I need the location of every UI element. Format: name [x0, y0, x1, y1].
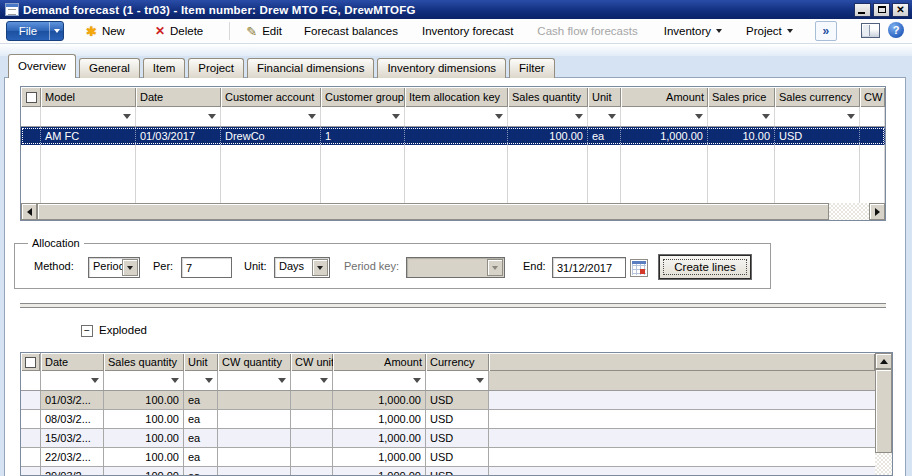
cell-unit[interactable]: ea: [184, 467, 218, 476]
column-header-sales-quantity[interactable]: Sales quantity: [508, 87, 588, 107]
cell-currency[interactable]: USD: [426, 410, 489, 428]
cell-model[interactable]: AM FC: [41, 127, 136, 145]
horizontal-splitter[interactable]: [20, 303, 886, 308]
minimize-button[interactable]: [854, 3, 871, 17]
filter-dropdown-sales-price[interactable]: [708, 107, 775, 126]
cell-amount[interactable]: 1,000.00: [333, 467, 426, 476]
tab-general[interactable]: General: [79, 58, 140, 78]
row-select-cell[interactable]: [21, 448, 41, 466]
create-lines-button[interactable]: Create lines: [659, 255, 751, 279]
filter-dropdown-item-allocation-key[interactable]: [405, 107, 508, 126]
cell-amount[interactable]: 1,000.00: [333, 429, 426, 447]
column-header-unit[interactable]: Unit: [588, 87, 621, 107]
cell-amount[interactable]: 1,000.00: [621, 127, 708, 145]
filter-dropdown-sales-currency[interactable]: [775, 107, 860, 126]
method-combobox[interactable]: Period: [88, 257, 140, 278]
period-key-combobox[interactable]: [406, 257, 505, 278]
cell-cw-quantity[interactable]: [218, 429, 291, 447]
column-header-sales-currency[interactable]: Sales currency: [775, 87, 860, 107]
cell-unit[interactable]: ea: [184, 410, 218, 428]
tab-item[interactable]: Item: [143, 58, 185, 78]
column-header-customer-account[interactable]: Customer account: [221, 87, 321, 107]
scrollbar-thumb[interactable]: [37, 203, 829, 220]
cell-cw-quantity[interactable]: [218, 391, 291, 409]
column-header-cw-quantity[interactable]: CW q: [860, 87, 885, 107]
cell-cw-quantity[interactable]: [218, 410, 291, 428]
cell-cw-unit[interactable]: [291, 448, 333, 466]
column-header-sales-price[interactable]: Sales price: [708, 87, 775, 107]
cell-unit[interactable]: ea: [588, 127, 621, 145]
column-header-amount[interactable]: Amount: [333, 353, 426, 371]
tab-project[interactable]: Project: [188, 58, 244, 78]
cell-sales-currency[interactable]: USD: [775, 127, 860, 145]
scroll-right-button[interactable]: [869, 203, 885, 220]
cell-sales-quantity[interactable]: 100.00: [104, 391, 184, 409]
scroll-left-button[interactable]: [21, 203, 37, 220]
selected-forecast-row[interactable]: AM FC 01/03/2017 DrewCo 1 100.00 ea 1,00…: [21, 127, 885, 145]
maximize-button[interactable]: [873, 3, 890, 17]
cell-cw-unit[interactable]: [291, 410, 333, 428]
end-date-input[interactable]: 31/12/2017: [552, 257, 626, 278]
edit-button[interactable]: ✎ Edit: [246, 24, 282, 39]
filter-dropdown-currency[interactable]: [426, 371, 489, 390]
per-input[interactable]: 7: [181, 257, 232, 278]
toolbar-overflow-button[interactable]: »: [815, 21, 837, 41]
horizontal-scrollbar[interactable]: [21, 203, 885, 220]
new-button[interactable]: ✱ New: [86, 24, 125, 39]
exploded-row[interactable]: 29/03/2... 100.00 ea 1,000.00 USD: [21, 467, 875, 476]
cell-sales-quantity[interactable]: 100.00: [104, 429, 184, 447]
dropdown-button[interactable]: [122, 259, 138, 276]
scrollbar-track[interactable]: [875, 453, 892, 475]
project-menu-button[interactable]: Project: [746, 25, 793, 37]
exploded-row[interactable]: 08/03/2... 100.00 ea 1,000.00 USD: [21, 410, 875, 429]
inventory-forecast-button[interactable]: Inventory forecast: [422, 25, 513, 37]
cell-unit[interactable]: ea: [184, 429, 218, 447]
row-select-cell[interactable]: [21, 467, 41, 476]
cell-currency[interactable]: USD: [426, 467, 489, 476]
tab-inventory-dimensions[interactable]: Inventory dimensions: [377, 58, 506, 78]
scrollbar-thumb[interactable]: [875, 369, 892, 453]
column-header-date[interactable]: Date: [41, 353, 104, 371]
forecast-balances-button[interactable]: Forecast balances: [304, 25, 398, 37]
cell-cw-unit[interactable]: [291, 429, 333, 447]
cell-amount[interactable]: 1,000.00: [333, 448, 426, 466]
select-all-checkbox-cell[interactable]: [21, 353, 41, 371]
filter-dropdown-model[interactable]: [41, 107, 136, 126]
filter-dropdown-unit[interactable]: [588, 107, 621, 126]
cell-customer-account[interactable]: DrewCo: [221, 127, 321, 145]
row-select-cell[interactable]: [21, 391, 41, 409]
help-button[interactable]: ?: [888, 22, 904, 38]
exploded-collapse-toggle[interactable]: −: [81, 325, 93, 337]
filter-dropdown-cw-quantity[interactable]: [860, 107, 885, 126]
cell-currency[interactable]: USD: [426, 448, 489, 466]
cell-date[interactable]: 01/03/2017: [136, 127, 221, 145]
cell-cw-quantity[interactable]: [860, 127, 885, 145]
cell-cw-unit[interactable]: [291, 391, 333, 409]
column-header-item-allocation-key[interactable]: Item allocation key: [405, 87, 508, 107]
exploded-row[interactable]: 01/03/2... 100.00 ea 1,000.00 USD: [21, 391, 875, 410]
column-header-cw-quantity[interactable]: CW quantity: [218, 353, 291, 371]
cell-sales-quantity[interactable]: 100.00: [104, 410, 184, 428]
cell-amount[interactable]: 1,000.00: [333, 410, 426, 428]
column-header-cw-unit[interactable]: CW unit: [291, 353, 333, 371]
column-header-customer-group[interactable]: Customer group: [321, 87, 405, 107]
cell-sales-quantity[interactable]: 100.00: [508, 127, 588, 145]
row-select-cell[interactable]: [21, 429, 41, 447]
inventory-menu-button[interactable]: Inventory: [664, 25, 722, 37]
scroll-up-button[interactable]: [875, 353, 892, 369]
filter-dropdown-unit[interactable]: [184, 371, 218, 390]
layout-pane-button[interactable]: [861, 23, 880, 38]
column-header-amount[interactable]: Amount: [621, 87, 708, 107]
tab-overview[interactable]: Overview: [8, 54, 76, 78]
calendar-picker-button[interactable]: [630, 259, 648, 277]
row-select-cell[interactable]: [21, 410, 41, 428]
cell-date[interactable]: 29/03/2...: [41, 467, 104, 476]
filter-dropdown-cw-unit[interactable]: [291, 371, 333, 390]
tab-financial-dimensions[interactable]: Financial dimensions: [247, 58, 374, 78]
delete-button[interactable]: ✕ Delete: [155, 24, 203, 38]
column-header-unit[interactable]: Unit: [184, 353, 218, 371]
cell-date[interactable]: 22/03/2...: [41, 448, 104, 466]
cell-amount[interactable]: 1,000.00: [333, 391, 426, 409]
cash-flow-forecasts-button[interactable]: Cash flow forecasts: [537, 25, 637, 37]
cell-unit[interactable]: ea: [184, 448, 218, 466]
